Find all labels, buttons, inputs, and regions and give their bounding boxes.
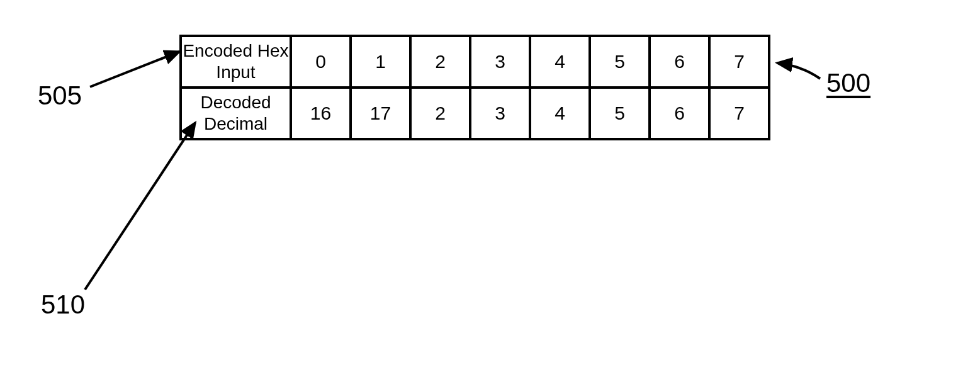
cell: 5 bbox=[590, 88, 650, 139]
reference-label-500: 500 bbox=[826, 68, 870, 98]
cell: 7 bbox=[709, 88, 769, 139]
cell: 7 bbox=[709, 36, 769, 88]
reference-label-505: 505 bbox=[38, 81, 82, 111]
cell: 5 bbox=[590, 36, 650, 88]
row-label-encoded-hex: Encoded Hex Input bbox=[181, 36, 291, 88]
encoding-table: Encoded Hex Input 0 1 2 3 4 5 6 7 Decode… bbox=[179, 35, 770, 140]
cell: 1 bbox=[351, 36, 410, 88]
svg-line-2 bbox=[85, 123, 195, 290]
cell: 16 bbox=[291, 88, 351, 139]
table-row: Encoded Hex Input 0 1 2 3 4 5 6 7 bbox=[181, 36, 769, 88]
cell: 3 bbox=[470, 88, 530, 139]
cell: 3 bbox=[470, 36, 530, 88]
cell: 0 bbox=[291, 36, 351, 88]
cell: 6 bbox=[650, 36, 709, 88]
reference-label-510: 510 bbox=[41, 290, 85, 320]
cell: 2 bbox=[410, 88, 470, 139]
svg-line-1 bbox=[90, 52, 179, 87]
cell: 2 bbox=[410, 36, 470, 88]
row-label-text: Encoded Hex Input bbox=[183, 41, 288, 82]
row-label-text: Decoded Decimal bbox=[200, 93, 271, 133]
table-row: Decoded Decimal 16 17 2 3 4 5 6 7 bbox=[181, 88, 769, 139]
cell: 4 bbox=[530, 36, 590, 88]
cell: 17 bbox=[351, 88, 410, 139]
cell: 6 bbox=[650, 88, 709, 139]
cell: 4 bbox=[530, 88, 590, 139]
row-label-decoded-decimal: Decoded Decimal bbox=[181, 88, 291, 139]
